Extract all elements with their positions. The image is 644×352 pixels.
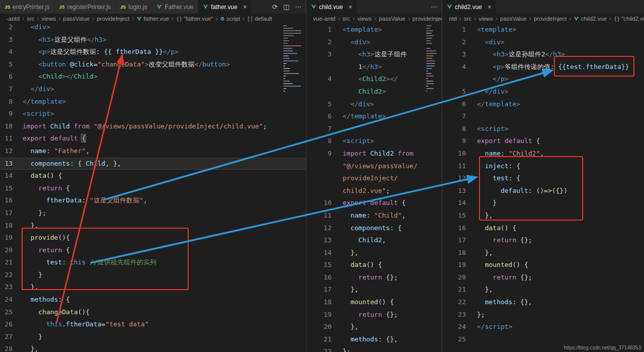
code-line: 16 ftherData: "这是父组件数据", <box>0 194 306 207</box>
code-text: }; <box>343 345 351 352</box>
code-line: 10export default { <box>306 197 442 209</box>
minimap-line <box>283 86 301 87</box>
line-number: 9 <box>0 108 13 120</box>
breadcrumb: vue-antd›src›views›passValue›provideInje… <box>306 14 442 24</box>
breadcrumb-item[interactable]: views <box>478 16 493 22</box>
code-line: 9import Child2 from <box>306 148 442 160</box>
line-number: 4 <box>0 46 13 58</box>
breadcrumb-separator: › <box>459 15 461 22</box>
line-number: 13 <box>442 185 466 197</box>
breadcrumb-item[interactable]: []default <box>247 16 272 22</box>
breadcrumb-item[interactable]: provideInject <box>413 16 442 22</box>
line-number: 19 <box>306 309 332 321</box>
breadcrumb-item[interactable]: {}"child2.vue" <box>614 16 644 22</box>
minimap-line <box>283 40 289 41</box>
code-line: 20 }, <box>306 321 442 333</box>
breadcrumb-item[interactable]: provideInject <box>97 16 129 22</box>
code-line: 28 }, <box>0 343 306 352</box>
tab-label: registerPrinter.js <box>67 4 111 11</box>
more-actions-icon[interactable]: ⋯ <box>295 3 301 11</box>
breadcrumb-label: default <box>255 16 272 22</box>
breadcrumb-label: src <box>343 16 350 22</box>
code-line: 18 }, <box>442 247 644 259</box>
minimap-line <box>283 53 297 54</box>
breadcrumb-item[interactable]: passValue <box>63 16 90 22</box>
breadcrumb-item[interactable]: passValue <box>379 16 406 22</box>
tab-entryPrinter.js[interactable]: JSentryPrinter.js <box>0 0 54 14</box>
minimap-line <box>426 63 435 64</box>
breadcrumb: ntd›src›views›passValue›provideInject›ch… <box>442 14 644 24</box>
code-text: return {}; <box>477 271 532 284</box>
code-line: 8<script> <box>442 123 644 135</box>
code-text: }; <box>477 309 485 321</box>
code-line: 1</h3> <box>306 61 442 74</box>
vue-icon <box>203 4 208 10</box>
breadcrumb-label: src <box>27 16 34 22</box>
code-line: 7 <box>442 110 644 123</box>
tab-registerPrinter.js[interactable]: JSregisterPrinter.js <box>54 0 116 14</box>
code-editor[interactable]: 1<template>2 <div>3 <h3>这是孙组件2</h3>4 <p>… <box>442 24 644 352</box>
braces-icon: {} <box>176 16 182 22</box>
code-line: 9export default { <box>442 135 644 148</box>
tab-father.vue[interactable]: father.vue× <box>198 0 252 14</box>
code-editor[interactable]: 2 <div>3 <h3>这是父组件</h3>4 <p>这是父组件数据: {{ … <box>0 21 306 352</box>
breadcrumb-item[interactable]: father.vue <box>136 16 169 22</box>
line-number: 6 <box>0 71 13 83</box>
line-number: 21 <box>442 284 466 296</box>
breadcrumb-item[interactable]: views <box>357 16 372 22</box>
code-line: 12 name: "Father", <box>0 145 306 158</box>
tab-child2.vue[interactable]: child2.vue× <box>442 0 497 14</box>
close-icon[interactable]: × <box>488 4 492 10</box>
breadcrumb-item[interactable]: child2.vue <box>574 16 607 22</box>
line-number: 25 <box>442 333 466 346</box>
breadcrumb-item[interactable]: views <box>42 16 56 22</box>
editor-actions: ⟳◫⋯ <box>268 0 306 14</box>
tab-login.js[interactable]: JSlogin.js <box>116 0 152 14</box>
breadcrumb-item[interactable]: src <box>27 16 34 22</box>
minimap-line <box>283 60 298 61</box>
breadcrumb-item[interactable]: -antd <box>7 16 20 22</box>
breadcrumb: -antd›src›views›passValue›provideInject›… <box>0 14 306 24</box>
vue-icon <box>156 4 162 10</box>
breadcrumb-item[interactable]: passValue <box>500 16 527 22</box>
minimap-line <box>283 73 299 74</box>
code-text: <script> <box>343 135 374 148</box>
code-line: 3 <h3>这是父组件</h3> <box>0 34 306 46</box>
code-text: </template> <box>343 110 386 123</box>
tab-child.vue[interactable]: child.vue× <box>306 0 357 14</box>
code-editor[interactable]: 1<template>2 <div>3 <h3>这是子组件 1</h3>4 <C… <box>306 24 442 352</box>
breadcrumb-item[interactable]: src <box>464 16 471 22</box>
minimap[interactable] <box>426 25 439 93</box>
breadcrumb-item[interactable]: provideInject <box>534 16 567 22</box>
code-line: 17 }; <box>0 207 306 220</box>
tab-Father.vue[interactable]: Father.vue <box>152 0 198 14</box>
code-text: <template> <box>477 24 516 36</box>
close-icon[interactable]: × <box>348 4 352 10</box>
code-line: 20 return {}; <box>442 271 644 284</box>
code-line: 4 <p>这是父组件数据: {{ ftherData }}</p> <box>0 46 306 58</box>
code-text: data() { <box>477 222 516 235</box>
more-actions-icon[interactable]: ⋯ <box>431 3 437 11</box>
breadcrumb-item[interactable]: vue-antd <box>313 16 336 22</box>
minimap-line <box>283 38 288 39</box>
line-number: 3 <box>442 48 466 61</box>
braces-icon: {} <box>614 16 620 22</box>
breadcrumb-item[interactable]: ⚙script <box>220 16 240 22</box>
line-number: 22 <box>442 296 466 309</box>
split-editor-icon[interactable]: ◫ <box>283 3 289 11</box>
sync-icon[interactable]: ⟳ <box>272 3 278 11</box>
code-line: 6</template> <box>306 110 442 123</box>
breadcrumb-item[interactable]: ntd <box>449 16 457 22</box>
minimap[interactable] <box>283 25 301 93</box>
code-text: mounted() { <box>343 296 394 309</box>
line-number: 21 <box>306 333 332 346</box>
code-line: 2 <div> <box>442 36 644 49</box>
line-number: 18 <box>0 220 13 232</box>
code-line: 12 test: { <box>442 172 644 185</box>
tab-bar: child2.vue× <box>442 0 644 14</box>
breadcrumb-item[interactable]: src <box>343 16 350 22</box>
breadcrumb-item[interactable]: {}"father.vue" <box>176 16 213 22</box>
breadcrumb-separator: › <box>172 15 174 22</box>
watermark-link[interactable]: https://blog.csdn.net/qq_37148353 <box>564 345 641 350</box>
close-icon[interactable]: × <box>243 4 247 10</box>
